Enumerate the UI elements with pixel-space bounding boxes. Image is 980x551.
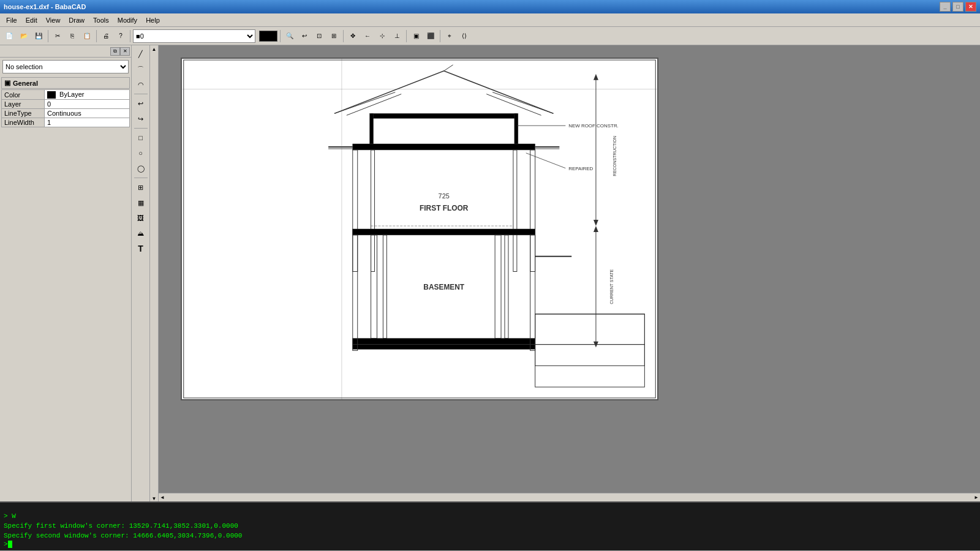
svg-rect-13: [353, 144, 535, 150]
scroll-down[interactable]: ▼: [152, 496, 157, 501]
v-sep2: [134, 128, 148, 129]
scroll-up[interactable]: ▲: [152, 47, 157, 52]
separator6: [406, 30, 407, 42]
circle-tool[interactable]: ○: [134, 146, 148, 160]
coords-button[interactable]: ⟨⟩: [458, 29, 471, 43]
ellipse-tool[interactable]: ◯: [134, 161, 148, 176]
panel-close-button[interactable]: ✕: [120, 47, 130, 56]
toolbar: 📄 📂 💾 ✂ ⎘ 📋 🖨 ? ■0 🔍 ↩ ⊡ ⊞ ✥ ← ⊹ ⊥ ▣ ⬛ ⌖…: [0, 27, 980, 45]
menu-edit[interactable]: Edit: [22, 15, 41, 25]
text-tool[interactable]: T: [134, 241, 148, 256]
image-tool[interactable]: 🖼: [134, 211, 148, 225]
arc-tool[interactable]: ◠: [134, 77, 148, 92]
prop-label-layer: Layer: [2, 100, 45, 109]
svg-rect-11: [370, 113, 374, 144]
menu-file[interactable]: File: [2, 15, 21, 25]
vscrollbar[interactable]: ▲ ▼: [150, 45, 159, 501]
selection-dropdown[interactable]: No selection: [2, 60, 129, 73]
mountain-tool[interactable]: ⛰: [134, 226, 148, 241]
properties-table: Color ByLayer Layer 0 LineType Continuou…: [1, 89, 130, 127]
snap-button[interactable]: ⊹: [375, 29, 389, 43]
prop-value-color: ByLayer: [45, 90, 130, 100]
layer-selector[interactable]: ■0: [133, 29, 255, 43]
color-swatch: [47, 91, 56, 99]
menubar: File Edit View Draw Tools Modify Help: [0, 13, 980, 27]
zoom-previous[interactable]: ↩: [298, 29, 311, 43]
left-panel: ⧉ ✕ No selection ▣ General Color ByLayer: [0, 45, 132, 501]
drawing-viewport[interactable]: 725 FIRST FLOOR BASEMENT: [181, 58, 658, 400]
svg-text:CURRENT STATE: CURRENT STATE: [609, 269, 614, 304]
render-button[interactable]: ▣: [409, 29, 423, 43]
redo-tool[interactable]: ↪: [134, 111, 148, 126]
canvas-area[interactable]: ▲ ▼: [150, 45, 980, 501]
menu-modify[interactable]: Modify: [114, 15, 141, 25]
svg-text:BASEMENT: BASEMENT: [423, 283, 465, 291]
rectangle-tool[interactable]: □: [134, 130, 148, 145]
undo-tool[interactable]: ↩: [134, 96, 148, 111]
house-drawing: 725 FIRST FLOOR BASEMENT: [182, 59, 657, 399]
zoom-window[interactable]: ⊡: [312, 29, 326, 43]
open-button[interactable]: 📂: [17, 29, 31, 43]
maximize-button[interactable]: □: [952, 2, 963, 12]
separator7: [440, 30, 440, 42]
separator4: [280, 30, 281, 42]
menu-draw[interactable]: Draw: [65, 15, 88, 25]
polyline-tool[interactable]: ⌒: [134, 62, 148, 77]
pan-button[interactable]: ✥: [346, 29, 360, 43]
color-indicator: [259, 31, 277, 42]
svg-rect-24: [353, 229, 535, 235]
save-button[interactable]: 💾: [32, 29, 45, 43]
zoom-realtime[interactable]: 🔍: [283, 29, 296, 43]
light-button[interactable]: ⬛: [424, 29, 437, 43]
cmd-line-3: Specify second window's corner: 14666.64…: [4, 531, 976, 541]
menu-view[interactable]: View: [42, 15, 64, 25]
svg-rect-12: [514, 113, 518, 144]
close-button[interactable]: ✕: [965, 2, 976, 12]
main-area: ⧉ ✕ No selection ▣ General Color ByLayer: [0, 45, 980, 501]
hatch-tool[interactable]: ▦: [134, 195, 148, 210]
prop-label-linetype: LineType: [2, 109, 45, 118]
separator: [48, 30, 48, 42]
v-sep3: [134, 178, 148, 178]
left-toolbar: ╱ ⌒ ◠ ↩ ↪ □ ○ ◯ ⊞ ▦ 🖼 ⛰ T: [132, 45, 150, 501]
menu-tools[interactable]: Tools: [89, 15, 113, 25]
print-button[interactable]: 🖨: [99, 29, 113, 43]
scroll-left[interactable]: ◄: [159, 495, 166, 500]
prop-value-layer: 0: [45, 100, 130, 109]
pan-left[interactable]: ←: [361, 29, 374, 43]
svg-rect-31: [353, 345, 535, 350]
ucs-button[interactable]: ⌖: [443, 29, 456, 43]
prop-row-layer: Layer 0: [2, 100, 130, 109]
new-button[interactable]: 📄: [2, 29, 16, 43]
line-tool[interactable]: ╱: [134, 47, 148, 61]
cut-button[interactable]: ✂: [51, 29, 64, 43]
minimize-button[interactable]: _: [940, 2, 951, 12]
titlebar: house-ex1.dxf - BabaCAD _ □ ✕: [0, 0, 980, 13]
svg-text:NEW ROOF CONSTR.: NEW ROOF CONSTR.: [568, 123, 619, 129]
separator3: [130, 30, 130, 42]
paste-button[interactable]: 📋: [80, 29, 94, 43]
panel-float-button[interactable]: ⧉: [110, 47, 120, 56]
menu-help[interactable]: Help: [142, 15, 164, 25]
prop-value-linetype: Continuous: [45, 109, 130, 118]
help-button[interactable]: ?: [114, 29, 127, 43]
ortho-button[interactable]: ⊥: [390, 29, 404, 43]
block-tool[interactable]: ⊞: [134, 180, 148, 195]
prop-row-linewidth: LineWidth 1: [2, 118, 130, 127]
separator2: [96, 30, 97, 42]
scroll-right[interactable]: ►: [973, 495, 980, 500]
copy-button[interactable]: ⎘: [66, 29, 79, 43]
title-text: house-ex1.dxf - BabaCAD: [4, 3, 86, 10]
v-sep1: [134, 94, 148, 94]
command-line[interactable]: > W Specify first window's corner: 13529…: [0, 501, 980, 550]
svg-text:FIRST FLOOR: FIRST FLOOR: [420, 204, 469, 212]
cmd-line-2: Specify first window's corner: 13529.714…: [4, 521, 976, 531]
zoom-extents[interactable]: ⊞: [327, 29, 341, 43]
collapse-icon[interactable]: ▣: [4, 79, 10, 87]
hscrollbar[interactable]: ◄ ►: [159, 493, 980, 501]
prop-label-color: Color: [2, 90, 45, 100]
svg-text:RECONSTRUCTION: RECONSTRUCTION: [612, 136, 617, 176]
svg-text:725: 725: [439, 192, 450, 200]
section-header: ▣ General: [1, 77, 130, 89]
cmd-prompt[interactable]: >: [4, 541, 976, 548]
